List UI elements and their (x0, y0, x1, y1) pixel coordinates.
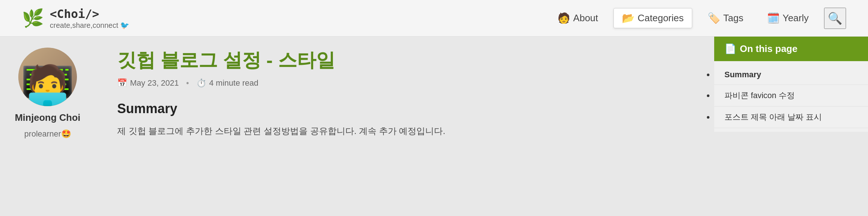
logo-icon: 🌿 (22, 10, 44, 27)
logo-text: <Choi/> create,share,connect 🐦 (50, 7, 129, 30)
main-nav: 🧑 About 📂 Categories 🏷️ Tags 🗓️ Yearly 🔍 (549, 8, 846, 29)
categories-emoji: 📂 (622, 12, 635, 24)
date-icon: 📅 (117, 78, 127, 88)
search-button[interactable]: 🔍 (824, 8, 846, 29)
nav-categories[interactable]: 📂 Categories (613, 8, 692, 28)
date-text: May 23, 2021 (130, 78, 179, 88)
main-content: 🧑‍💻 Minjeong Choi prolearner🤩 깃헙 블로그 설정 … (0, 37, 868, 216)
article-title: 깃헙 블로그 설정 - 스타일 (117, 48, 692, 73)
nav-yearly[interactable]: 🗓️ Yearly (759, 8, 817, 28)
toc-item-post-date[interactable]: 포스트 제목 아래 날짜 표시 (714, 107, 868, 128)
about-emoji: 🧑 (557, 12, 570, 24)
yearly-emoji: 🗓️ (767, 12, 780, 24)
article-meta: 📅 May 23, 2021 • ⏱️ 4 minute read (117, 78, 692, 88)
toc-header: 📄 On this page (714, 37, 868, 61)
site-subtitle: create,share,connect 🐦 (50, 21, 129, 30)
summary-heading: Summary (117, 101, 692, 116)
tags-emoji: 🏷️ (708, 12, 720, 24)
avatar-figure: 🧑‍💻 (20, 66, 75, 106)
read-time-text: 4 minute read (209, 78, 259, 88)
toc-header-icon: 📄 (724, 43, 736, 55)
meta-separator: • (186, 78, 189, 88)
site-title: <Choi/> (50, 7, 129, 21)
nav-tags[interactable]: 🏷️ Tags (700, 8, 752, 28)
author-sidebar: 🧑‍💻 Minjeong Choi prolearner🤩 (0, 37, 95, 216)
site-header: 🌿 <Choi/> create,share,connect 🐦 🧑 About… (0, 0, 868, 37)
nav-about[interactable]: 🧑 About (549, 8, 606, 28)
avatar: 🧑‍💻 (18, 48, 77, 106)
about-label: About (573, 12, 598, 24)
logo-area[interactable]: 🌿 <Choi/> create,share,connect 🐦 (22, 7, 129, 30)
tags-label: Tags (723, 12, 743, 24)
yearly-label: Yearly (783, 12, 809, 24)
time-icon: ⏱️ (196, 78, 206, 88)
categories-label: Categories (638, 12, 684, 24)
article-body: 제 깃헙 블로그에 추가한 스타일 관련 설정방법을 공유합니다. 계속 추가 … (117, 124, 692, 139)
toc-list: Summary 파비콘 favicon 수정 포스트 제목 아래 날짜 표시 (714, 61, 868, 132)
toc-sidebar: 📄 On this page Summary 파비콘 favicon 수정 포스… (714, 37, 868, 216)
author-tag: prolearner🤩 (24, 129, 71, 139)
article-date: 📅 May 23, 2021 (117, 78, 179, 88)
article-read-time: ⏱️ 4 minute read (196, 78, 259, 88)
article-content: 깃헙 블로그 설정 - 스타일 📅 May 23, 2021 • ⏱️ 4 mi… (95, 37, 714, 216)
avatar-image: 🧑‍💻 (18, 48, 77, 106)
author-name: Minjeong Choi (15, 112, 80, 123)
toc-item-favicon[interactable]: 파비콘 favicon 수정 (714, 85, 868, 107)
toc-header-label: On this page (740, 43, 797, 55)
toc-item-summary[interactable]: Summary (714, 65, 868, 85)
